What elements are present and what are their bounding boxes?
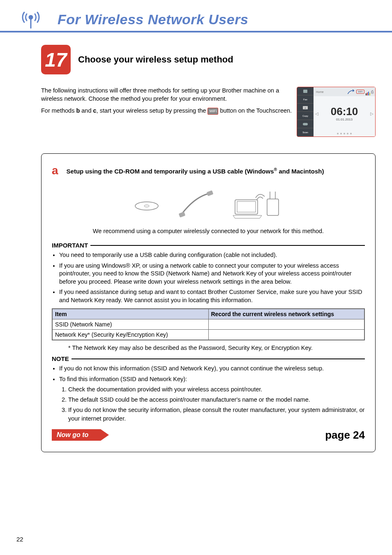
option-a-frame: a Setup using the CD-ROM and temporarily… [41,153,376,452]
chevron-right-icon [101,429,109,441]
note-list-item: The default SSID could be the access poi… [68,395,365,404]
callout-arrow-icon [347,89,355,95]
svg-rect-11 [237,201,256,212]
now-go-to-row: Now go to page 24 [52,429,365,442]
touchscreen-illustration: Fax A Copy Scan Home WiFi ⎙ [297,87,376,137]
table-cell-key-value[interactable] [208,330,364,340]
screen-tab-scan [297,120,314,128]
intro-paragraph-1: The following instructions will offer th… [41,87,293,103]
table-cell-key-label: Network Key* (Security Key/Encryption Ke… [52,330,208,340]
svg-point-6 [135,202,158,210]
screen-tab-copy: A [297,104,314,112]
screen-time: 06:10 [331,106,358,117]
note-bullet: If you do not know this information (SSI… [59,365,365,373]
goto-page-label: page 24 [325,429,365,442]
svg-rect-8 [207,190,214,196]
intro-text: The following instructions will offer th… [41,87,293,119]
important-bullets: You need to temporarily use a USB cable … [52,251,365,304]
option-title: Setup using the CD-ROM and temporarily u… [67,167,324,175]
screen-tab-scan-label: Scan [297,128,314,136]
table-cell-ssid-value[interactable] [208,319,364,330]
page-number: 22 [16,536,23,543]
option-recommend-text: We recommend using a computer wirelessly… [52,228,365,234]
table-header-record: Record the current wireless network sett… [208,309,364,319]
wireless-antenna-icon [16,8,45,31]
option-letter: a [52,164,58,177]
important-bullet: If you need assistance during setup and … [59,288,365,304]
screen-tab-fax [297,87,314,95]
important-bullet: You need to temporarily use a USB cable … [59,251,365,259]
banner-title: For Wireless Network Users [58,12,248,28]
page-banner: For Wireless Network Users [0,8,392,32]
network-settings-table: Item Record the current wireless network… [52,308,365,340]
screen-tab-copy-label: Copy [297,112,314,120]
note-bullet: To find this information (SSID and Netwo… [59,375,365,423]
toner-icon: ⎙ [371,90,374,94]
option-illustration-row [52,187,365,220]
screen-date: 01.01.2013 [336,118,353,121]
intro-paragraph-2: For methods b and c, start your wireless… [41,107,293,115]
page-dots [314,131,375,136]
laptop-wifi-router-icon [231,187,284,220]
important-heading: IMPORTANT [52,242,88,249]
nav-left-icon: ◁ [315,111,318,116]
ink-level-icon [365,90,370,94]
now-go-to-label: Now go to [52,429,101,441]
step-title: Choose your wireless setup method [78,54,233,65]
step-header: 17 Choose your wireless setup method [41,45,376,74]
note-bullets: If you do not know this information (SSI… [52,365,365,423]
table-cell-ssid-label: SSID (Network Name) [52,319,208,330]
note-list-item: Check the documentation provided with yo… [68,385,365,394]
table-header-item: Item [52,309,208,319]
screen-home-label: Home [316,90,324,93]
svg-point-7 [144,205,149,207]
cd-rom-icon [132,192,161,216]
asterisk-note: * The Network Key may also be described … [68,345,365,351]
svg-rect-5 [303,123,308,125]
svg-rect-9 [179,212,186,217]
note-heading: NOTE [52,355,69,362]
step-number-badge: 17 [41,45,71,74]
screen-wifi-icon: WiFi [356,90,364,94]
screen-tab-fax-label: Fax [297,95,314,104]
usb-cable-icon [178,190,214,218]
important-bullet: If you are using Windows® XP, or using a… [59,262,365,286]
wifi-button-icon: WiFi [208,108,218,115]
svg-rect-12 [267,199,279,215]
note-list-item: If you do not know the security informat… [68,406,365,423]
svg-rect-2 [303,90,307,93]
nav-right-icon: ▷ [370,111,374,116]
